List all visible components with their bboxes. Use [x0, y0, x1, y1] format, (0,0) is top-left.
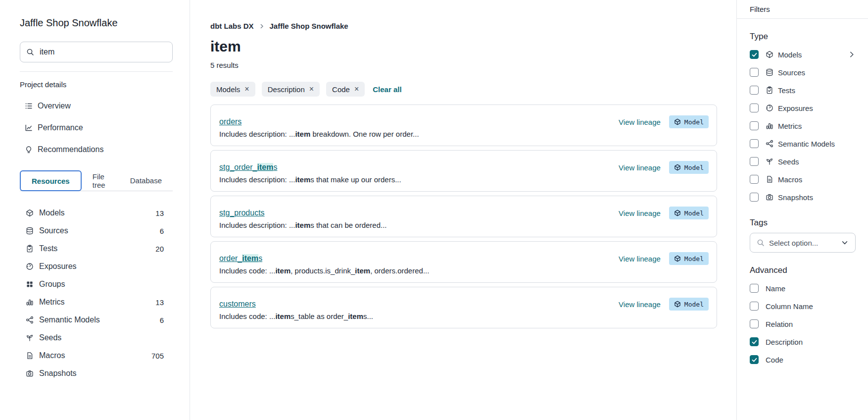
view-lineage-link[interactable]: View lineage	[619, 209, 661, 217]
filters-title: Filters	[750, 5, 770, 13]
model-badge-label: Model	[684, 164, 704, 171]
tab-file-tree[interactable]: File tree	[82, 170, 119, 191]
checkbox-snapshots[interactable]	[750, 193, 759, 202]
filter-option-label: Semantic Models	[778, 140, 835, 148]
result-link-customers[interactable]: customers	[219, 300, 256, 308]
view-lineage-link[interactable]: View lineage	[619, 118, 661, 126]
nav-item-recommendations[interactable]: Recommendations	[20, 139, 173, 160]
checkbox-exposures[interactable]	[750, 104, 759, 112]
gauge-icon	[26, 262, 34, 270]
result-link-order-items[interactable]: order_items	[219, 254, 262, 262]
nav-item-performance[interactable]: Performance	[20, 117, 173, 139]
filter-option-metrics[interactable]: Metrics	[750, 117, 856, 135]
project-details-nav: Overview Performance Recommendations	[20, 95, 173, 160]
grid-icon	[26, 280, 34, 288]
filter-option-label: Column Name	[766, 302, 813, 311]
result-link-orders[interactable]: orders	[219, 117, 241, 126]
result-snippet: Includes description: ...item breakdown.…	[219, 129, 709, 139]
chevron-right-icon[interactable]	[848, 51, 856, 58]
resource-count: 6	[160, 227, 164, 235]
filter-option-label: Sources	[778, 68, 805, 77]
filter-option-name[interactable]: Name	[750, 279, 856, 297]
resource-count: 20	[155, 245, 164, 253]
resource-count: 6	[160, 316, 164, 324]
model-badge: Model	[669, 161, 709, 174]
filter-option-tests[interactable]: Tests	[750, 81, 856, 99]
checkbox-relation[interactable]	[750, 319, 759, 328]
resource-item-macros[interactable]: Macros 705	[20, 347, 164, 365]
filter-option-exposures[interactable]: Exposures	[750, 99, 856, 117]
tags-select[interactable]: Select option...	[750, 233, 856, 253]
resource-label: Tests	[39, 244, 57, 253]
resource-item-semantic-models[interactable]: Semantic Models 6	[20, 311, 164, 329]
close-icon[interactable]: ×	[354, 85, 359, 93]
filter-option-description[interactable]: Description	[750, 333, 856, 351]
checkbox-seeds[interactable]	[750, 157, 759, 166]
view-lineage-link[interactable]: View lineage	[619, 163, 661, 172]
resource-item-groups[interactable]: Groups	[20, 275, 164, 293]
filter-option-snapshots[interactable]: Snapshots	[750, 188, 856, 206]
tab-resources[interactable]: Resources	[20, 170, 82, 191]
model-badge: Model	[669, 298, 709, 311]
left-sidebar: Jaffle Shop Snowflake Project details Ov…	[0, 0, 190, 420]
filter-option-models[interactable]: Models	[750, 46, 856, 63]
breadcrumb-item-account[interactable]: dbt Labs DX	[210, 22, 254, 30]
checkbox-name[interactable]	[750, 284, 759, 293]
project-details-label: Project details	[20, 80, 173, 89]
resource-item-sources[interactable]: Sources 6	[20, 222, 164, 240]
checkbox-description[interactable]	[750, 337, 759, 346]
checkbox-column-name[interactable]	[750, 302, 759, 311]
filter-option-relation[interactable]: Relation	[750, 315, 856, 333]
seedling-icon	[26, 334, 34, 342]
breadcrumb-item-project[interactable]: Jaffle Shop Snowflake	[270, 22, 348, 30]
filter-option-code[interactable]: Code	[750, 351, 856, 368]
checkbox-metrics[interactable]	[750, 121, 759, 130]
checkbox-code[interactable]	[750, 355, 759, 364]
list-icon	[25, 102, 33, 110]
view-lineage-link[interactable]: View lineage	[619, 255, 661, 263]
filter-option-label: Description	[766, 338, 803, 346]
filter-option-macros[interactable]: Macros	[750, 170, 856, 188]
checkbox-tests[interactable]	[750, 86, 759, 95]
nav-item-overview[interactable]: Overview	[20, 95, 173, 117]
project-search[interactable]	[20, 42, 173, 62]
resource-label: Semantic Models	[39, 315, 100, 324]
search-input[interactable]	[40, 48, 166, 56]
checkbox-models[interactable]	[750, 50, 759, 59]
share-nodes-icon	[766, 140, 773, 148]
filter-option-sources[interactable]: Sources	[750, 63, 856, 81]
filter-option-label: Relation	[766, 320, 793, 328]
chip-label: Code	[332, 85, 350, 94]
checkbox-macros[interactable]	[750, 175, 759, 184]
result-link-stg-products[interactable]: stg_products	[219, 209, 265, 217]
share-nodes-icon	[26, 316, 34, 324]
resource-label: Models	[39, 209, 65, 217]
filter-option-seeds[interactable]: Seeds	[750, 153, 856, 170]
model-badge-label: Model	[684, 255, 704, 262]
chevron-down-icon	[841, 239, 849, 247]
chip-models[interactable]: Models ×	[210, 82, 255, 97]
view-lineage-link[interactable]: View lineage	[619, 300, 661, 309]
result-link-stg-order-items[interactable]: stg_order_items	[219, 163, 277, 171]
chip-description[interactable]: Description ×	[262, 82, 320, 97]
checkbox-semantic-models[interactable]	[750, 139, 759, 148]
resource-item-snapshots[interactable]: Snapshots	[20, 365, 164, 382]
resource-item-models[interactable]: Models 13	[20, 204, 164, 222]
resource-item-metrics[interactable]: Metrics 13	[20, 293, 164, 311]
checkbox-sources[interactable]	[750, 68, 759, 77]
filter-option-column-name[interactable]: Column Name	[750, 297, 856, 315]
chip-label: Description	[268, 85, 305, 94]
resource-item-tests[interactable]: Tests 20	[20, 240, 164, 258]
resource-item-exposures[interactable]: Exposures	[20, 258, 164, 275]
tab-database[interactable]: Database	[119, 170, 173, 191]
search-icon	[757, 239, 765, 247]
filter-chips-row: Models × Description × Code × Clear all	[210, 82, 717, 97]
close-icon[interactable]: ×	[244, 85, 249, 93]
chip-code[interactable]: Code ×	[326, 82, 365, 97]
clear-all-link[interactable]: Clear all	[373, 85, 401, 94]
resource-item-seeds[interactable]: Seeds	[20, 329, 164, 347]
close-icon[interactable]: ×	[309, 85, 314, 93]
sidebar-divider	[20, 71, 173, 72]
result-card-stg-products: stg_products Includes description: ...it…	[210, 196, 717, 237]
filter-option-semantic-models[interactable]: Semantic Models	[750, 135, 856, 153]
